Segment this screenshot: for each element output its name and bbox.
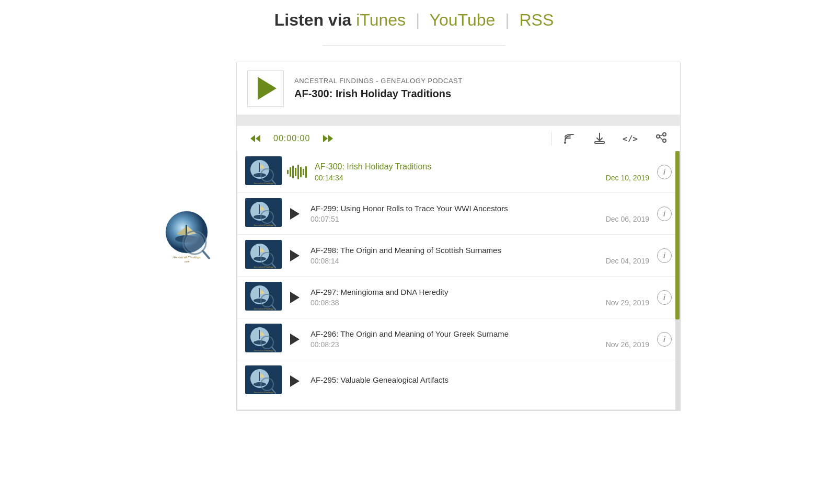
svg-text:Ancestral Findings: Ancestral Findings bbox=[253, 182, 273, 185]
svg-rect-65 bbox=[259, 372, 260, 381]
info-button[interactable]: i bbox=[657, 332, 672, 347]
time-display: 00:00:00 bbox=[273, 134, 310, 143]
svg-text:Ancestral Findings: Ancestral Findings bbox=[172, 255, 201, 259]
svg-point-15 bbox=[564, 142, 566, 144]
progress-bar[interactable] bbox=[237, 115, 680, 125]
info-button[interactable]: i bbox=[657, 207, 672, 221]
waveform bbox=[287, 165, 307, 179]
episode-play-button[interactable] bbox=[287, 331, 303, 347]
svg-line-20 bbox=[660, 135, 663, 136]
episode-play-button[interactable] bbox=[287, 206, 303, 222]
download-button[interactable] bbox=[592, 130, 607, 147]
scrollbar-thumb[interactable] bbox=[675, 151, 680, 319]
svg-rect-16 bbox=[595, 142, 604, 143]
svg-rect-41 bbox=[259, 246, 260, 256]
episode-item[interactable]: Ancestral Findings AF-295: Valuable Gene… bbox=[237, 360, 680, 410]
podcast-title-text: ANCESTRAL FINDINGS - GENEALOGY PODCAST A… bbox=[294, 77, 670, 100]
episode-date: Dec 06, 2019 bbox=[606, 215, 649, 223]
rewind-icon bbox=[249, 134, 261, 143]
episode-date: Nov 26, 2019 bbox=[606, 340, 649, 349]
play-icon bbox=[290, 334, 300, 345]
listen-via-text: Listen via bbox=[274, 10, 352, 29]
episode-meta: 00:08:14 Dec 04, 2019 bbox=[310, 257, 649, 265]
episode-meta: 00:14:34 Dec 10, 2019 bbox=[315, 174, 649, 182]
svg-text:Ancestral Findings: Ancestral Findings bbox=[253, 266, 273, 268]
episode-duration: 00:08:23 bbox=[310, 340, 339, 349]
episode-title-text: AF-295: Valuable Genealogical Artifacts bbox=[310, 375, 672, 384]
rewind-button[interactable] bbox=[247, 132, 263, 145]
episode-item[interactable]: Ancestral Findings AF-297: Meningioma an… bbox=[237, 277, 680, 318]
episode-play-button[interactable] bbox=[287, 373, 303, 389]
episode-play-button[interactable] bbox=[287, 290, 303, 305]
episode-item[interactable]: Ancestral Findings AF-300: bbox=[237, 151, 680, 193]
embed-button[interactable]: </> bbox=[620, 132, 640, 146]
episode-title-text: AF-298: The Origin and Meaning of Scotti… bbox=[310, 246, 649, 255]
svg-text:Ancestral Findings: Ancestral Findings bbox=[253, 224, 273, 226]
info-button[interactable]: i bbox=[657, 248, 672, 263]
play-icon bbox=[258, 77, 277, 100]
info-icon: i bbox=[663, 210, 665, 218]
separator-2: | bbox=[505, 10, 509, 29]
playback-controls: 00:00:00 bbox=[247, 132, 551, 145]
main-play-button[interactable] bbox=[247, 70, 284, 107]
forward-button[interactable] bbox=[320, 132, 336, 145]
svg-marker-12 bbox=[256, 135, 260, 142]
episode-thumbnail: Ancestral Findings bbox=[245, 324, 282, 352]
svg-line-8 bbox=[203, 251, 209, 258]
episode-thumbnail: Ancestral Findings bbox=[245, 156, 282, 185]
episode-details: AF-295: Valuable Genealogical Artifacts bbox=[310, 375, 672, 386]
episode-meta: 00:08:38 Nov 29, 2019 bbox=[310, 299, 649, 307]
episode-details: AF-299: Using Honor Rolls to Trace Your … bbox=[310, 204, 649, 223]
svg-point-40 bbox=[254, 257, 266, 261]
info-button[interactable]: i bbox=[657, 165, 672, 179]
episode-item[interactable]: Ancestral Findings AF-299: Using Honor R… bbox=[237, 193, 680, 235]
svg-text:.com: .com bbox=[183, 260, 189, 262]
episode-duration: 00:08:38 bbox=[310, 299, 339, 307]
cast-button[interactable] bbox=[562, 131, 579, 146]
svg-point-32 bbox=[254, 215, 266, 219]
svg-point-18 bbox=[663, 133, 666, 136]
now-playing-header: ANCESTRAL FINDINGS - GENEALOGY PODCAST A… bbox=[237, 62, 680, 115]
episode-thumbnail: Ancestral Findings bbox=[245, 240, 282, 269]
share-button[interactable] bbox=[653, 130, 670, 147]
episode-logo: Ancestral Findings bbox=[245, 365, 287, 396]
play-icon bbox=[290, 208, 300, 220]
episode-meta: 00:07:51 Dec 06, 2019 bbox=[310, 215, 649, 223]
forward-icon bbox=[323, 134, 334, 143]
play-icon bbox=[290, 292, 300, 303]
svg-rect-57 bbox=[259, 330, 260, 339]
svg-text:Ancestral Findings: Ancestral Findings bbox=[253, 391, 273, 394]
svg-rect-49 bbox=[259, 288, 260, 297]
rss-link[interactable]: RSS bbox=[519, 10, 554, 29]
youtube-link[interactable]: YouTube bbox=[430, 10, 496, 29]
svg-point-7 bbox=[185, 233, 204, 253]
svg-point-56 bbox=[254, 340, 266, 345]
info-icon: i bbox=[663, 251, 665, 260]
episode-duration: 00:14:34 bbox=[315, 174, 343, 182]
scrollbar[interactable] bbox=[675, 151, 680, 410]
svg-rect-33 bbox=[259, 204, 260, 214]
download-icon bbox=[594, 132, 605, 145]
episode-details: AF-300: Irish Holiday Traditions 00:14:3… bbox=[315, 162, 649, 182]
header-divider bbox=[323, 45, 505, 46]
svg-marker-11 bbox=[250, 135, 255, 142]
episode-item[interactable]: Ancestral Findings AF-296: The Origin an… bbox=[237, 318, 680, 360]
info-icon: i bbox=[663, 335, 665, 343]
svg-point-24 bbox=[254, 173, 266, 177]
itunes-link[interactable]: iTunes bbox=[356, 10, 406, 29]
episode-date: Dec 10, 2019 bbox=[606, 174, 649, 182]
episode-details: AF-296: The Origin and Meaning of Your G… bbox=[310, 329, 649, 349]
episode-title: AF-300: Irish Holiday Traditions bbox=[294, 88, 670, 100]
svg-point-19 bbox=[663, 139, 666, 142]
embed-icon: </> bbox=[623, 134, 638, 144]
episode-play-button[interactable] bbox=[287, 248, 303, 264]
episode-list: Ancestral Findings AF-300: bbox=[237, 151, 680, 410]
episode-item[interactable]: Ancestral Findings AF-298: The Origin an… bbox=[237, 235, 680, 277]
episode-duration: 00:07:51 bbox=[310, 215, 339, 223]
episode-title-text: AF-296: The Origin and Meaning of Your G… bbox=[310, 329, 649, 338]
info-button[interactable]: i bbox=[657, 290, 672, 305]
podcast-logo-area: Ancestral Findings .com bbox=[147, 62, 236, 411]
episode-logo: Ancestral Findings bbox=[245, 282, 287, 313]
svg-point-64 bbox=[254, 382, 266, 386]
episode-logo: Ancestral Findings bbox=[245, 324, 287, 354]
